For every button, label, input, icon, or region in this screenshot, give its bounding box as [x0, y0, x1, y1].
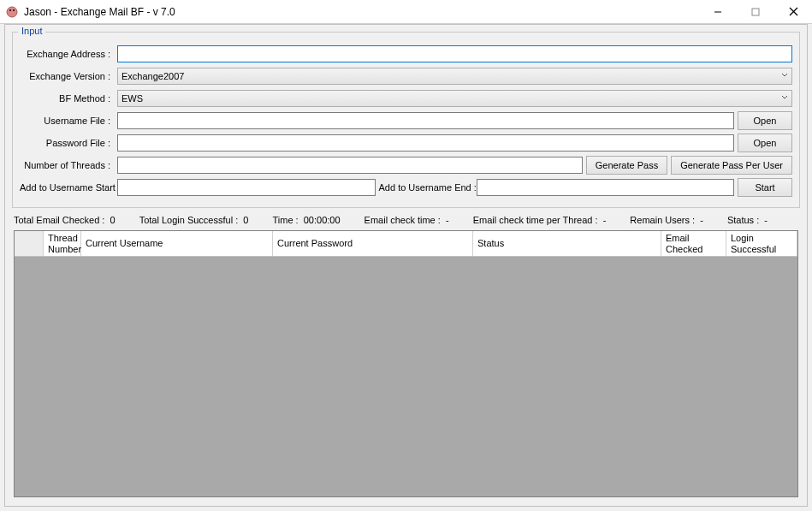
bf-method-label: BF Method : [20, 93, 114, 104]
total-email-checked: Total Email Checked : 0 [14, 215, 116, 225]
bf-method-value: EWS [122, 93, 143, 104]
column-login-successful[interactable]: Login Successful [726, 231, 797, 256]
exchange-address-input[interactable] [117, 45, 792, 62]
password-file-label: Password File : [20, 138, 114, 148]
generate-pass-per-user-button[interactable]: Generate Pass Per User [671, 156, 792, 175]
svg-point-0 [7, 7, 17, 17]
email-check-time: Email check time : - [365, 215, 449, 225]
app-icon [5, 5, 19, 19]
email-check-time-per-thread: Email check time per Thread : - [473, 215, 607, 225]
num-threads-label: Number of Threads : [20, 160, 114, 170]
status-line: Total Email Checked : 0 Total Login Succ… [5, 211, 807, 229]
num-threads-input[interactable] [117, 157, 583, 174]
input-groupbox: Input Exchange Address : Exchange Versio… [12, 32, 800, 208]
open-username-button[interactable]: Open [738, 111, 792, 130]
add-user-start-label: Add to Username Start : [20, 182, 114, 193]
column-current-password[interactable]: Current Password [273, 231, 473, 256]
close-button[interactable] [774, 0, 812, 24]
grid-header: Thread Number Current Username Current P… [15, 231, 797, 257]
svg-point-1 [9, 9, 11, 11]
window-title: Jason - Exchange Mail BF - v 7.0 [24, 6, 175, 18]
maximize-button[interactable] [737, 0, 774, 24]
username-file-input[interactable] [117, 112, 734, 129]
grid-row-selector-header[interactable] [15, 231, 44, 256]
add-user-start-input[interactable] [117, 179, 376, 196]
remain-users: Remain Users : - [630, 215, 703, 225]
column-status[interactable]: Status [473, 231, 661, 256]
start-button[interactable]: Start [738, 178, 792, 197]
exchange-version-combo[interactable]: Exchange2007 [117, 68, 792, 85]
generate-pass-button[interactable]: Generate Pass [586, 156, 667, 175]
client-area: Input Exchange Address : Exchange Versio… [4, 24, 808, 507]
svg-rect-4 [752, 9, 759, 15]
column-thread-number[interactable]: Thread Number [44, 231, 81, 256]
svg-point-2 [13, 9, 15, 11]
add-user-end-input[interactable] [477, 179, 735, 196]
add-user-end-label: Add to Username End : [379, 182, 473, 193]
password-file-input[interactable] [117, 134, 734, 152]
status-field: Status : - [727, 215, 768, 225]
column-current-username[interactable]: Current Username [81, 231, 273, 256]
exchange-address-label: Exchange Address : [20, 49, 114, 59]
exchange-version-label: Exchange Version : [20, 71, 114, 81]
time-elapsed: Time : 00:00:00 [272, 215, 340, 225]
chevron-down-icon [781, 92, 788, 103]
column-email-checked[interactable]: Email Checked [661, 231, 726, 256]
open-password-button[interactable]: Open [738, 134, 792, 152]
results-grid[interactable]: Thread Number Current Username Current P… [14, 230, 798, 497]
total-login-successful: Total Login Successful : 0 [139, 215, 249, 225]
title-bar: Jason - Exchange Mail BF - v 7.0 [0, 0, 812, 24]
groupbox-title: Input [18, 26, 45, 36]
username-file-label: Username File : [20, 116, 114, 126]
minimize-button[interactable] [699, 0, 737, 24]
chevron-down-icon [781, 70, 788, 80]
bf-method-combo[interactable]: EWS [117, 90, 792, 107]
exchange-version-value: Exchange2007 [122, 71, 184, 81]
